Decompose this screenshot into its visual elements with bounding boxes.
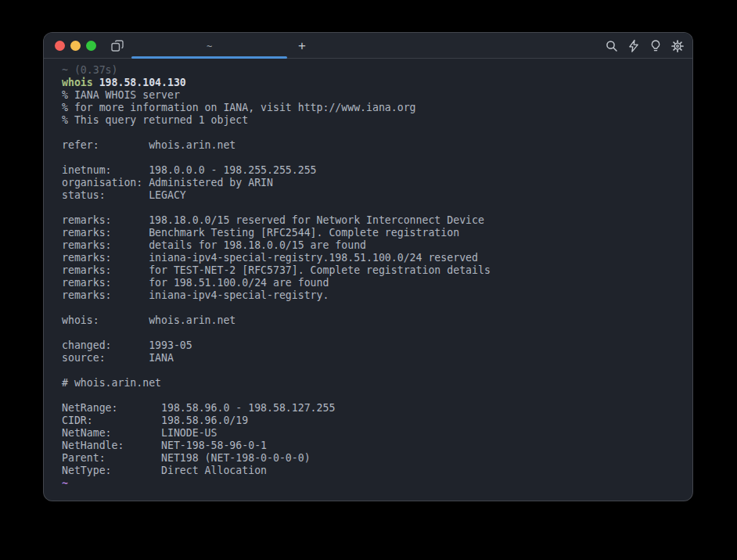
- terminal-line: % for more information on IANA, visit ht…: [62, 102, 678, 114]
- terminal-line: remarks: 198.18.0.0/15 reserved for Netw…: [62, 214, 678, 227]
- lightbulb-icon[interactable]: [649, 39, 663, 53]
- terminal-line: [62, 127, 678, 139]
- terminal-line: [62, 364, 678, 377]
- terminal-window: ~ +: [43, 32, 693, 501]
- terminal-line: Parent: NET198 (NET-198-0-0-0-0): [62, 452, 678, 465]
- terminal-line: source: IANA: [62, 352, 678, 364]
- terminal-line: remarks: Benchmark Testing [RFC2544]. Co…: [62, 227, 678, 239]
- terminal-line: [62, 202, 678, 214]
- terminal-line: remarks: iniana-ipv4-special-registry.19…: [62, 252, 678, 264]
- terminal-line: [62, 327, 678, 339]
- terminal-line: whois 198.58.104.130: [62, 77, 678, 89]
- minimize-button[interactable]: [70, 41, 81, 51]
- new-tab-button[interactable]: +: [293, 33, 311, 59]
- terminal-line: % This query returned 1 object: [62, 114, 678, 127]
- terminal-line: % IANA WHOIS server: [62, 89, 678, 102]
- terminal-line: status: LEGACY: [62, 189, 678, 202]
- tab-title: ~: [207, 41, 212, 52]
- terminal-output[interactable]: ~ (0.37s)whois 198.58.104.130% IANA WHOI…: [44, 59, 692, 490]
- window-controls: [55, 33, 96, 59]
- terminal-line: remarks: for TEST-NET-2 [RFC5737]. Compl…: [62, 264, 678, 277]
- gear-icon[interactable]: [670, 39, 685, 53]
- lightning-icon[interactable]: [627, 39, 641, 53]
- zoom-button[interactable]: [86, 41, 96, 51]
- titlebar-actions: [605, 33, 685, 59]
- terminal-line: organisation: Administered by ARIN: [62, 177, 678, 189]
- terminal-line: NetType: Direct Allocation: [62, 465, 678, 477]
- pages-icon[interactable]: [110, 38, 125, 54]
- terminal-line: NetName: LINODE-US: [62, 427, 678, 440]
- terminal-line: ~ (0.37s): [62, 64, 678, 77]
- terminal-line: remarks: details for 198.18.0.0/15 are f…: [62, 239, 678, 252]
- terminal-line: ~: [62, 477, 678, 490]
- terminal-line: inetnum: 198.0.0.0 - 198.255.255.255: [62, 164, 678, 177]
- terminal-line: [62, 152, 678, 164]
- terminal-line: CIDR: 198.58.96.0/19: [62, 415, 678, 427]
- search-icon[interactable]: [605, 39, 619, 53]
- active-tab-indicator: [131, 56, 287, 59]
- terminal-line: remarks: iniana-ipv4-special-registry.: [62, 289, 678, 302]
- terminal-line: NetHandle: NET-198-58-96-0-1: [62, 440, 678, 452]
- titlebar: ~ +: [44, 33, 692, 59]
- terminal-line: [62, 389, 678, 402]
- terminal-line: remarks: for 198.51.100.0/24 are found: [62, 277, 678, 289]
- terminal-line: # whois.arin.net: [62, 377, 678, 389]
- terminal-line: whois: whois.arin.net: [62, 314, 678, 327]
- terminal-line: changed: 1993-05: [62, 339, 678, 352]
- terminal-line: refer: whois.arin.net: [62, 139, 678, 152]
- close-button[interactable]: [55, 41, 65, 51]
- active-tab[interactable]: ~: [131, 33, 287, 59]
- terminal-line: [62, 302, 678, 314]
- terminal-line: NetRange: 198.58.96.0 - 198.58.127.255: [62, 402, 678, 415]
